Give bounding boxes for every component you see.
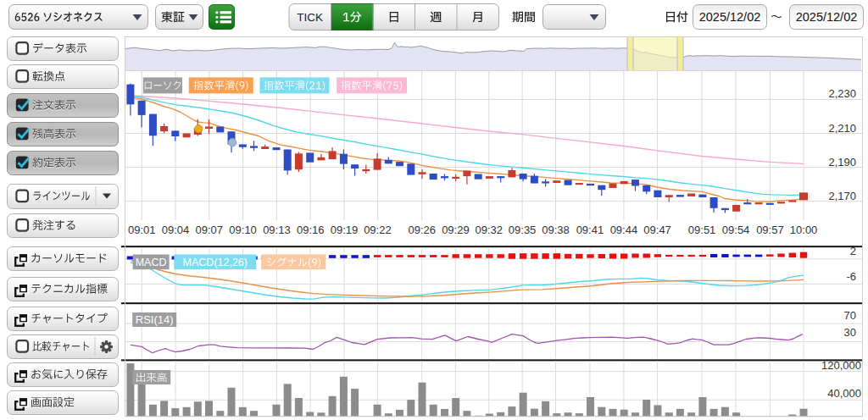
svg-text:09:13: 09:13	[263, 224, 291, 236]
svg-text:09:07: 09:07	[196, 224, 224, 236]
svg-text:09:47: 09:47	[643, 224, 671, 236]
svg-text:RSI(14): RSI(14)	[136, 313, 174, 326]
svg-text:09:35: 09:35	[509, 224, 537, 236]
svg-text:09:57: 09:57	[756, 224, 784, 236]
svg-text:70: 70	[844, 309, 856, 322]
svg-text:09:16: 09:16	[297, 224, 325, 236]
svg-text:2,190: 2,190	[828, 156, 856, 169]
svg-text:09:26: 09:26	[408, 224, 436, 236]
svg-text:09:04: 09:04	[162, 224, 190, 236]
svg-text:2025/12/02: 2025/12/02	[796, 10, 858, 24]
svg-text:2: 2	[850, 245, 856, 257]
svg-text:09:32: 09:32	[476, 224, 504, 236]
svg-text:09:29: 09:29	[442, 224, 470, 236]
svg-text:2,170: 2,170	[828, 190, 856, 202]
svg-text:-6: -6	[846, 270, 856, 283]
svg-text:09:38: 09:38	[542, 224, 570, 236]
svg-text:TICK: TICK	[297, 11, 323, 24]
svg-text:09:22: 09:22	[364, 224, 392, 236]
svg-text:2025/12/02: 2025/12/02	[699, 10, 761, 24]
svg-text:09:54: 09:54	[722, 224, 750, 236]
svg-text:MACD: MACD	[136, 257, 167, 268]
svg-text:09:01: 09:01	[128, 224, 156, 236]
svg-text:09:51: 09:51	[688, 224, 716, 236]
svg-text:2,210: 2,210	[828, 122, 856, 135]
svg-text:09:44: 09:44	[610, 224, 638, 236]
svg-text:2,230: 2,230	[828, 87, 856, 100]
svg-text:09:10: 09:10	[229, 224, 257, 236]
svg-text:10:00: 10:00	[790, 224, 818, 236]
svg-text:MACD(12,26): MACD(12,26)	[183, 257, 248, 268]
svg-text:09:41: 09:41	[576, 224, 604, 236]
svg-text:30: 30	[844, 326, 856, 339]
svg-text:09:19: 09:19	[331, 224, 359, 236]
svg-text:120,000: 120,000	[821, 359, 861, 372]
svg-text:40,000: 40,000	[827, 387, 861, 400]
